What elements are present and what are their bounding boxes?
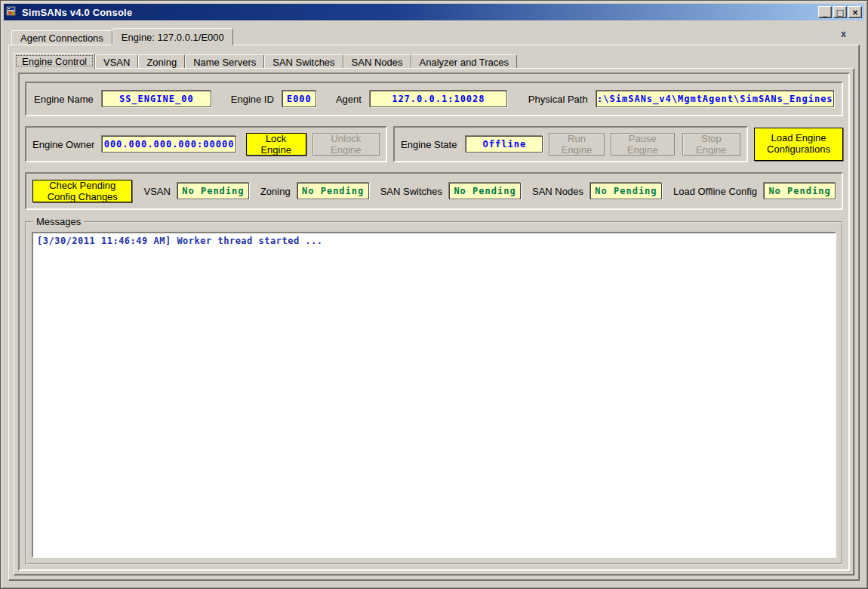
lock-engine-button[interactable]: Lock Engine xyxy=(246,133,306,156)
pending-san-nodes: SAN Nodes No Pending xyxy=(532,183,662,199)
pause-engine-button[interactable]: Pause Engine xyxy=(611,133,675,156)
pending-zoning-field[interactable]: No Pending xyxy=(297,183,369,199)
message-line: [3/30/2011 11:46:49 AM] Worker thread st… xyxy=(37,236,831,246)
unlock-engine-button[interactable]: Unlock Engine xyxy=(312,133,380,156)
pending-load-offline-field[interactable]: No Pending xyxy=(764,183,836,199)
pending-load-offline: Load Offline Config No Pending xyxy=(673,183,836,199)
pending-config-panel: Check Pending Config Changes VSAN No Pen… xyxy=(25,172,843,210)
agent-label: Agent xyxy=(336,94,362,105)
tab-engine[interactable]: Engine: 127.0.0.1/E000 xyxy=(112,28,233,45)
engine-tab-page: Engine Control VSAN Zoning Name Servers … xyxy=(8,45,860,581)
pending-zoning-label: Zoning xyxy=(260,186,291,197)
minimize-button[interactable]: _ xyxy=(818,6,832,18)
engine-control-row: Engine Owner 000.000.000.000:00000 Lock … xyxy=(25,126,843,162)
subtab-vsan[interactable]: VSAN xyxy=(95,54,138,68)
pending-san-nodes-field[interactable]: No Pending xyxy=(590,183,662,199)
messages-groupbox: Messages [3/30/2011 11:46:49 AM] Worker … xyxy=(25,221,843,565)
messages-groupbox-title: Messages xyxy=(33,216,84,227)
pending-san-nodes-label: SAN Nodes xyxy=(532,186,583,197)
engine-id-field[interactable]: E000 xyxy=(282,91,316,107)
engine-control-page: Engine Name SS_ENGINE_00 Engine ID E000 … xyxy=(14,68,854,575)
app-window: SimSANs v4.0 Console _ □ × Agent Connect… xyxy=(0,0,868,589)
engine-control-panel: Engine Name SS_ENGINE_00 Engine ID E000 … xyxy=(18,72,850,571)
agent-field[interactable]: 127.0.0.1:10028 xyxy=(370,91,507,107)
subtab-engine-control[interactable]: Engine Control xyxy=(14,53,95,69)
engine-state-label: Engine State xyxy=(401,139,457,150)
subtab-zoning[interactable]: Zoning xyxy=(138,54,185,68)
stop-engine-button[interactable]: Stop Engine xyxy=(682,133,740,156)
tab-close-icon[interactable]: x xyxy=(841,29,846,39)
engine-identity-panel: Engine Name SS_ENGINE_00 Engine ID E000 … xyxy=(25,82,843,116)
engine-id-label: Engine ID xyxy=(231,94,274,105)
physical-path-field[interactable]: C:\SimSANs_v4\MgmtAgent\SimSANs_Engines\ xyxy=(596,91,834,107)
engine-owner-panel: Engine Owner 000.000.000.000:00000 Lock … xyxy=(25,126,387,162)
subtab-name-servers[interactable]: Name Servers xyxy=(185,54,264,68)
subtab-san-nodes[interactable]: SAN Nodes xyxy=(343,54,411,68)
messages-log[interactable]: [3/30/2011 11:46:49 AM] Worker thread st… xyxy=(32,232,836,558)
tab-agent-connections[interactable]: Agent Connections xyxy=(11,30,112,45)
app-icon xyxy=(6,6,18,18)
pending-vsan-label: VSAN xyxy=(143,186,170,197)
subtab-analyzer-traces[interactable]: Analyzer and Traces xyxy=(411,54,518,68)
pending-san-switches-label: SAN Switches xyxy=(380,186,442,197)
run-engine-button[interactable]: Run Engine xyxy=(549,133,604,156)
engine-state-field[interactable]: Offline xyxy=(466,136,543,153)
main-tab-strip: Agent Connections Engine: 127.0.0.1/E000 xyxy=(11,28,837,45)
pending-zoning: Zoning No Pending xyxy=(260,183,369,199)
subtab-san-switches[interactable]: SAN Switches xyxy=(264,54,343,68)
engine-owner-label: Engine Owner xyxy=(32,139,94,150)
pending-vsan: VSAN No Pending xyxy=(143,183,248,199)
load-engine-configurations-button[interactable]: Load Engine Configurations xyxy=(754,128,843,161)
pending-san-switches: SAN Switches No Pending xyxy=(380,183,521,199)
engine-name-label: Engine Name xyxy=(34,94,94,105)
pending-san-switches-field[interactable]: No Pending xyxy=(449,183,521,199)
maximize-button[interactable]: □ xyxy=(833,6,847,18)
physical-path-label: Physical Path xyxy=(528,94,588,105)
pending-load-offline-label: Load Offline Config xyxy=(673,186,757,197)
engine-state-panel: Engine State Offline Run Engine Pause En… xyxy=(393,126,748,162)
check-pending-config-button[interactable]: Check Pending Config Changes xyxy=(32,180,132,202)
engine-sub-tab-strip: Engine Control VSAN Zoning Name Servers … xyxy=(14,52,517,68)
engine-name-field[interactable]: SS_ENGINE_00 xyxy=(102,91,211,107)
pending-vsan-field[interactable]: No Pending xyxy=(177,183,249,199)
engine-owner-field[interactable]: 000.000.000.000:00000 xyxy=(102,136,235,153)
close-button[interactable]: × xyxy=(848,6,862,18)
title-bar[interactable]: SimSANs v4.0 Console _ □ × xyxy=(4,4,864,20)
window-title: SimSANs v4.0 Console xyxy=(22,7,132,18)
